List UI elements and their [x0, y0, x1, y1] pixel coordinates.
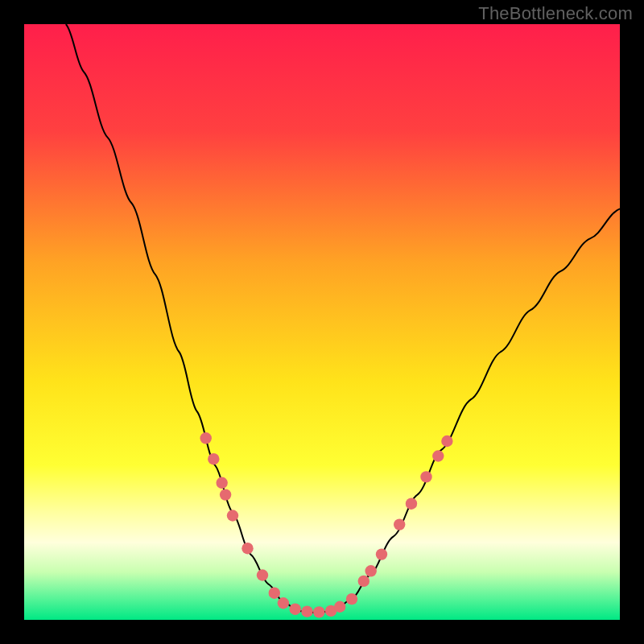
chart-container: TheBottleneck.com — [0, 0, 644, 644]
data-dot — [257, 569, 268, 580]
bottleneck-chart — [0, 0, 644, 644]
data-dot — [242, 543, 253, 554]
data-dot — [406, 498, 417, 510]
data-dot — [200, 432, 212, 444]
data-dot — [346, 593, 357, 605]
data-dot — [220, 489, 231, 500]
data-dot — [278, 597, 289, 609]
data-dot — [313, 606, 324, 617]
data-dot — [441, 436, 452, 447]
data-dot — [376, 548, 387, 559]
data-dot — [358, 576, 369, 587]
plot-background — [24, 24, 620, 620]
data-dot — [290, 603, 301, 614]
data-dot — [208, 453, 219, 464]
data-dot — [301, 605, 312, 617]
data-dot — [394, 518, 405, 530]
data-dot — [334, 601, 345, 613]
data-dot — [216, 477, 227, 489]
data-dot — [365, 565, 376, 576]
data-dot — [432, 450, 444, 461]
data-dot — [420, 471, 431, 482]
data-dot — [227, 510, 238, 521]
data-dot — [269, 588, 280, 599]
watermark-text: TheBottleneck.com — [478, 3, 633, 24]
